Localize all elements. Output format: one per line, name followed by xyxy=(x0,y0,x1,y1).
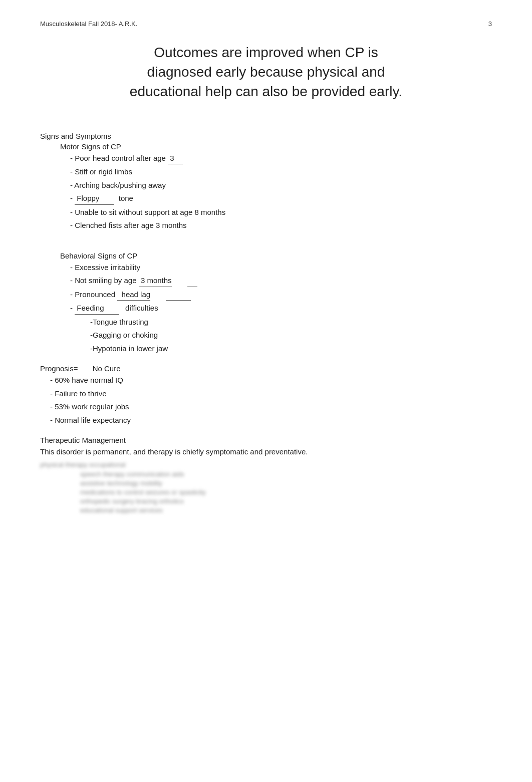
motor-item-2: - Stiff or rigid limbs xyxy=(70,166,492,178)
feeding-sub-2: -Gagging or choking xyxy=(90,330,492,341)
therapeutic-description: This disorder is permanent, and therapy … xyxy=(40,446,492,458)
feeding-sub-1: -Tongue thrusting xyxy=(90,317,492,328)
motor-signs-title: Motor Signs of CP xyxy=(60,142,492,151)
motor-item-5: - Unable to sit without support at age 8… xyxy=(70,207,492,218)
behavioral-item-2: - Not smiling by age 3 months xyxy=(70,275,492,287)
motor-item-6: - Clenched fists after age 3 months xyxy=(70,220,492,231)
motor-item-4: - Floppy tone xyxy=(70,193,492,205)
behavioral-signs-title: Behavioral Signs of CP xyxy=(60,251,492,260)
motor-item-1: - Poor head control after age 3 xyxy=(70,153,492,165)
signs-symptoms-title: Signs and Symptoms xyxy=(40,132,492,140)
prognosis-item-4: - Normal life expectancy xyxy=(50,415,492,426)
therapeutic-title: Therapeutic Management xyxy=(40,436,492,444)
page-header: Musculoskeletal Fall 2018- A.R.K. 3 xyxy=(40,20,492,28)
prognosis-item-1: - 60% have normal IQ xyxy=(50,375,492,386)
behavioral-signs-section: Behavioral Signs of CP - Excessive irrit… xyxy=(40,251,492,355)
main-heading: Outcomes are improved when CP is diagnos… xyxy=(121,43,411,102)
prognosis-item-2: - Failure to thrive xyxy=(50,388,492,400)
header-page-number: 3 xyxy=(488,20,492,28)
signs-symptoms-section: Signs and Symptoms Motor Signs of CP - P… xyxy=(40,132,492,231)
motor-item-3: - Arching back/pushing away xyxy=(70,180,492,191)
behavioral-item-3: - Pronounced head lag xyxy=(70,289,492,301)
feeding-sub-3: -Hypotonia in lower jaw xyxy=(90,343,492,355)
header-title: Musculoskeletal Fall 2018- A.R.K. xyxy=(40,20,137,28)
redacted-block: physical therapy occupational speech the… xyxy=(40,461,492,514)
therapeutic-section: Therapeutic Management This disorder is … xyxy=(40,436,492,514)
prognosis-item-3: - 53% work regular jobs xyxy=(50,401,492,413)
prognosis-title: Prognosis= No Cure xyxy=(40,364,492,373)
behavioral-item-1: - Excessive irritability xyxy=(70,262,492,274)
prognosis-section: Prognosis= No Cure - 60% have normal IQ … xyxy=(40,364,492,426)
behavioral-item-4: - Feeding difficulties xyxy=(70,303,492,315)
